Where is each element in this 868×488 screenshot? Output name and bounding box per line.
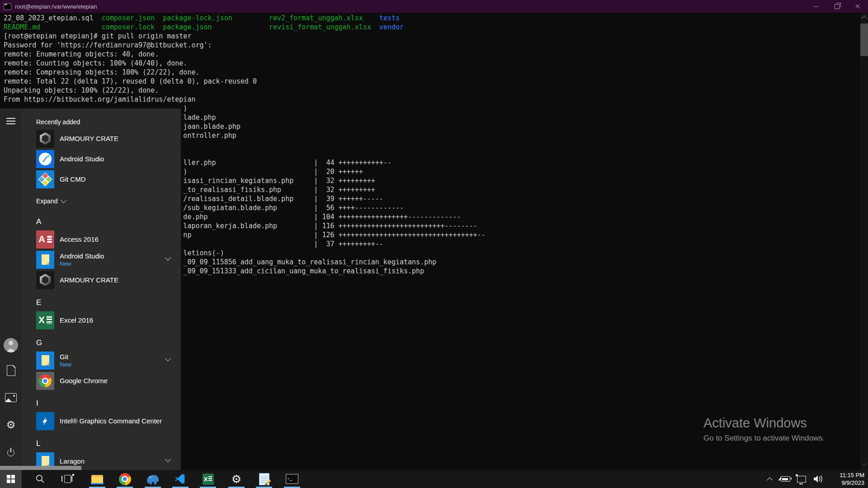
terminal-scrollbar[interactable]: [860, 13, 868, 470]
clock-date: 9/9/2023: [826, 479, 864, 487]
rail-pictures-button[interactable]: [0, 387, 22, 408]
start-menu-item-intel-graphics-command-center[interactable]: Intel® Graphics Command Center: [36, 411, 177, 431]
terminal-text: | 32 +++++++++: [314, 177, 375, 185]
start-menu-scrollbar[interactable]: [0, 466, 81, 470]
terminal-text: | 44 +++++++++++--: [314, 159, 392, 167]
battery-button[interactable]: [777, 470, 793, 488]
taskbar-excel-button[interactable]: X: [197, 470, 219, 488]
taskbar-notepad-button[interactable]: [253, 470, 275, 488]
taskbar-vscode-button[interactable]: [170, 470, 191, 488]
terminal-text: de.php: [183, 213, 208, 221]
taskbar-console-button[interactable]: [281, 470, 303, 488]
expand-button[interactable]: Expand: [36, 193, 177, 209]
terminal-text: | 126 ++++++++++++++++++++++++++++++++++…: [314, 231, 485, 239]
terminal-line: [root@etepian etepian]# git pull origin …: [4, 32, 486, 41]
hamburger-icon: [6, 118, 15, 124]
network-button[interactable]: [793, 470, 810, 488]
gear-icon: [231, 474, 241, 485]
terminal-text: From https://bitbucket.org/jamilalidrus/…: [4, 95, 195, 103]
terminal-text: _09_09_151333_add_cicilan_uang_muka_to_r…: [183, 267, 424, 275]
start-menu-item-excel-2016[interactable]: XExcel 2016: [36, 310, 177, 330]
rail-settings-button[interactable]: [0, 414, 22, 436]
start-menu-item-armoury-crate[interactable]: ARMOURY CRATE: [36, 270, 177, 290]
start-menu-item-android-studio[interactable]: Android StudioNew: [36, 249, 177, 270]
chevron-down-icon[interactable]: [165, 255, 171, 261]
taskbar-search-button[interactable]: [29, 470, 51, 488]
intel-icon: [36, 412, 54, 430]
rail-user-button[interactable]: [0, 334, 22, 356]
close-button[interactable]: [847, 0, 868, 13]
chrome-icon: [119, 473, 131, 485]
taskbar-file-explorer-button[interactable]: [86, 470, 108, 488]
scroll-down-icon[interactable]: [860, 460, 868, 468]
terminal-line: 22_08_2023_etepian.sql composer.json pac…: [4, 14, 486, 23]
restore-button[interactable]: [826, 0, 847, 13]
volume-button[interactable]: [810, 470, 826, 488]
console-icon: [4, 3, 11, 10]
start-menu-item-git[interactable]: GitNew: [36, 350, 177, 371]
rail-documents-button[interactable]: [0, 360, 22, 381]
start-menu-item-google-chrome[interactable]: Google Chrome: [36, 371, 177, 391]
terminal-text: remote: Total 22 (delta 17), reused 0 (d…: [4, 77, 257, 85]
section-letter-i[interactable]: I: [36, 396, 177, 411]
search-icon: [35, 474, 45, 484]
terminal-text: remote: Counting objects: 100% (40/40), …: [4, 59, 187, 67]
start-menu-item-access-2016[interactable]: AAccess 2016: [36, 229, 177, 249]
section-letter-a[interactable]: A: [36, 215, 177, 229]
terminal-text: np: [183, 231, 191, 239]
start-menu-item-android-studio[interactable]: Android Studio: [36, 149, 177, 169]
app-label: Android Studio: [60, 155, 104, 163]
taskbar: X 11:15 PM 9/9/2023: [0, 470, 868, 488]
new-badge: New: [60, 361, 71, 368]
chevron-down-icon[interactable]: [165, 356, 171, 361]
terminal-line: remote: Enumerating objects: 40, done.: [4, 50, 486, 59]
section-letter-g[interactable]: G: [36, 336, 177, 350]
scrollbar-thumb[interactable]: [860, 23, 868, 56]
start-button[interactable]: [0, 470, 22, 488]
taskbar-php-button[interactable]: [142, 470, 164, 488]
androidstudio-icon: [36, 150, 54, 168]
armoury-icon: [36, 271, 54, 289]
app-label: Access 2016: [60, 235, 99, 243]
new-badge: New: [60, 260, 104, 267]
terminal-text: Unpacking objects: 100% (22/22), done.: [4, 86, 159, 94]
section-letter-e[interactable]: E: [36, 296, 177, 310]
watermark-subtitle: Go to Settings to activate Windows.: [703, 434, 825, 443]
terminal-text: ): [183, 104, 187, 113]
network-icon: [797, 476, 806, 483]
clock-time: 11:15 PM: [826, 471, 864, 479]
terminal-text: package.json: [163, 23, 212, 31]
terminal-text: _09_09_115856_add_uang_muka_to_realisasi…: [183, 258, 436, 266]
terminal-text: | 104 +++++++++++++++++-------------: [314, 213, 461, 221]
terminal-text: Password for 'https://ferdianrura97@bitb…: [4, 41, 212, 49]
terminal-line: remote: Compressing objects: 100% (22/22…: [4, 68, 486, 77]
start-menu-rail: [0, 108, 22, 470]
section-letter-l[interactable]: L: [36, 436, 177, 451]
terminal-text: 22_08_2023_etepian.sql: [4, 14, 94, 22]
taskbar-chrome-button[interactable]: [114, 470, 136, 488]
terminal-text: revisi_format_unggah.xlsx: [269, 23, 371, 31]
system-tray: 11:15 PM 9/9/2023: [762, 470, 868, 488]
tray-overflow-button[interactable]: [762, 470, 777, 488]
taskbar-task-view-button[interactable]: [57, 470, 78, 488]
taskbar-settings-button[interactable]: [226, 470, 247, 488]
activate-windows-watermark: Activate Windows Go to Settings to activ…: [703, 416, 825, 443]
document-icon: [7, 365, 15, 376]
speaker-icon: [812, 474, 824, 484]
minimize-button[interactable]: [806, 0, 826, 13]
excel-icon: X: [203, 474, 214, 485]
terminal-text: remote: Enumerating objects: 40, done.: [4, 50, 159, 58]
start-menu-item-git-cmd[interactable]: Git CMD: [36, 169, 177, 189]
rail-power-button[interactable]: [0, 442, 22, 464]
terminal-text: | 37 +++++++++--: [314, 240, 383, 248]
scroll-up-icon[interactable]: [860, 14, 868, 22]
terminal-text: | 32 +++++++++: [314, 186, 375, 194]
rail-menu-button[interactable]: [0, 110, 22, 132]
taskbar-clock[interactable]: 11:15 PM 9/9/2023: [826, 471, 864, 487]
terminal-line: README.md composer.lock package.json rev…: [4, 23, 486, 32]
access-icon: A: [36, 230, 54, 249]
start-menu-item-armoury-crate[interactable]: ARMOURY CRATE: [36, 128, 177, 149]
terminal-line: remote: Total 22 (delta 17), reused 0 (d…: [4, 77, 486, 86]
terminal-text: /realisasi_detail.blade.php: [183, 195, 293, 203]
chevron-down-icon[interactable]: [165, 456, 171, 462]
